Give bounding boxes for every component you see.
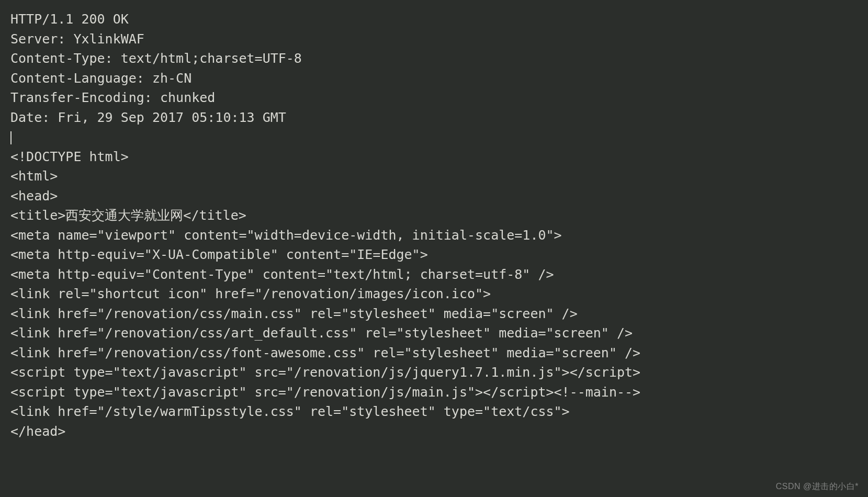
code-line: <!DOCTYPE html> (10, 149, 129, 164)
terminal-output: HTTP/1.1 200 OK Server: YxlinkWAF Conten… (0, 0, 868, 441)
code-line: <head> (10, 188, 58, 204)
code-line: <link href="/renovation/css/main.css" re… (10, 306, 578, 321)
code-line: <meta http-equiv="Content-Type" content=… (10, 267, 554, 282)
code-line: Server: YxlinkWAF (10, 31, 144, 47)
code-line: <title>西安交通大学就业网</title> (10, 208, 246, 223)
code-line: HTTP/1.1 200 OK (10, 12, 129, 27)
watermark-text: CSDN @进击的小白* (776, 480, 859, 493)
code-line: Date: Fri, 29 Sep 2017 05:10:13 GMT (10, 110, 286, 125)
code-line: <link href="/renovation/css/font-awesome… (10, 345, 640, 360)
code-line: <meta http-equiv="X-UA-Compatible" conte… (10, 247, 428, 262)
code-line: <link rel="shortcut icon" href="/renovat… (10, 286, 491, 301)
code-line: <meta name="viewport" content="width=dev… (10, 228, 562, 243)
code-line: <html> (10, 168, 58, 184)
code-line: <link href="/style/warmTipsstyle.css" re… (10, 404, 570, 419)
code-line: Transfer-Encoding: chunked (10, 90, 215, 105)
code-line: Content-Language: zh-CN (10, 71, 191, 86)
code-line: <script type="text/javascript" src="/ren… (10, 385, 640, 400)
code-line: <script type="text/javascript" src="/ren… (10, 365, 640, 380)
code-line: </head> (10, 424, 65, 439)
code-line: Content-Type: text/html;charset=UTF-8 (10, 51, 302, 66)
text-cursor (10, 131, 12, 144)
code-line: <link href="/renovation/css/art_default.… (10, 325, 633, 341)
